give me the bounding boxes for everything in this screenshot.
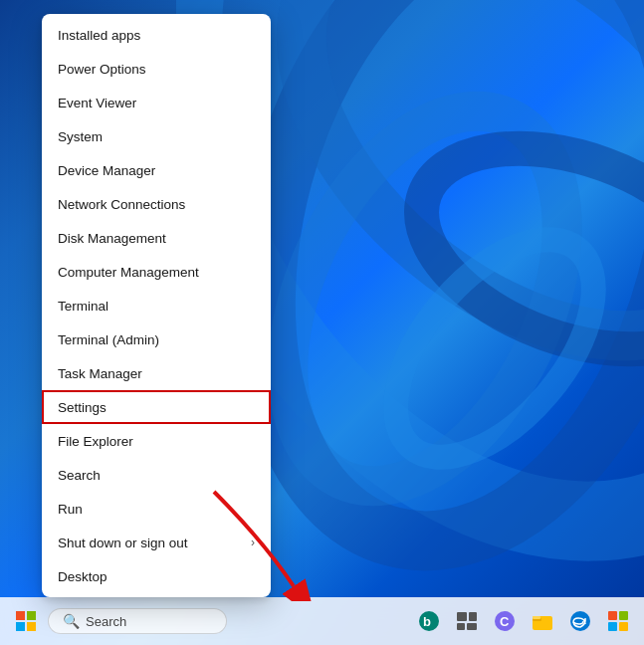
menu-item-disk-management[interactable]: Disk Management (42, 221, 271, 255)
menu-item-label-disk-management: Disk Management (58, 231, 166, 246)
menu-item-label-installed-apps: Installed apps (58, 28, 140, 43)
search-icon: 🔍 (63, 613, 80, 629)
svg-point-5 (358, 204, 631, 492)
svg-point-2 (224, 0, 644, 418)
context-menu: Installed appsPower OptionsEvent ViewerS… (42, 14, 271, 597)
menu-item-terminal[interactable]: Terminal (42, 289, 271, 322)
taskbar-search[interactable]: 🔍 Search (48, 608, 227, 634)
menu-item-task-manager[interactable]: Task Manager (42, 356, 271, 390)
task-view-taskbar-icon[interactable] (449, 603, 485, 639)
taskbar-icons: b C (411, 603, 636, 639)
menu-item-label-device-manager: Device Manager (58, 163, 155, 178)
menu-item-label-system: System (58, 129, 103, 144)
menu-item-label-network-connections: Network Connections (58, 197, 185, 212)
menu-item-label-terminal: Terminal (58, 299, 108, 314)
svg-rect-7 (16, 611, 25, 620)
menu-item-device-manager[interactable]: Device Manager (42, 153, 271, 187)
svg-rect-15 (457, 623, 465, 630)
menu-item-terminal-admin[interactable]: Terminal (Admin) (42, 322, 271, 356)
bing-taskbar-icon[interactable]: b (411, 603, 447, 639)
menu-item-label-power-options: Power Options (58, 62, 146, 77)
svg-rect-24 (619, 611, 628, 620)
store-taskbar-icon[interactable] (600, 603, 636, 639)
desktop: Installed appsPower OptionsEvent ViewerS… (0, 0, 644, 645)
menu-item-computer-management[interactable]: Computer Management (42, 255, 271, 289)
svg-rect-10 (27, 622, 36, 631)
svg-rect-21 (533, 616, 540, 619)
menu-item-file-explorer[interactable]: File Explorer (42, 424, 271, 458)
menu-item-installed-apps[interactable]: Installed apps (42, 18, 271, 52)
menu-item-label-computer-management: Computer Management (58, 265, 199, 280)
svg-rect-25 (608, 622, 617, 631)
svg-rect-16 (467, 623, 477, 630)
menu-item-label-terminal-admin: Terminal (Admin) (58, 332, 159, 347)
menu-item-search[interactable]: Search (42, 458, 271, 492)
svg-rect-13 (457, 612, 467, 621)
svg-text:b: b (423, 614, 431, 629)
menu-item-run[interactable]: Run (42, 492, 271, 526)
svg-rect-23 (608, 611, 617, 620)
menu-item-settings[interactable]: Settings (42, 390, 271, 424)
taskbar-search-label: Search (86, 614, 126, 629)
taskbar: 🔍 Search b (0, 597, 644, 645)
windows-logo-icon (16, 611, 36, 631)
start-button[interactable] (8, 603, 44, 639)
menu-item-network-connections[interactable]: Network Connections (42, 187, 271, 221)
svg-rect-14 (469, 612, 477, 621)
svg-text:C: C (500, 614, 510, 629)
menu-item-label-file-explorer: File Explorer (58, 434, 133, 449)
svg-rect-8 (27, 611, 36, 620)
svg-point-4 (394, 110, 644, 388)
menu-item-label-shut-down: Shut down or sign out (58, 536, 188, 550)
menu-item-event-viewer[interactable]: Event Viewer (42, 86, 271, 119)
menu-item-label-run: Run (58, 502, 83, 517)
svg-rect-9 (16, 622, 25, 631)
svg-rect-26 (619, 622, 628, 631)
file-explorer-taskbar-icon[interactable] (525, 603, 560, 639)
edge-taskbar-icon[interactable] (562, 603, 598, 639)
menu-item-label-task-manager: Task Manager (58, 366, 142, 381)
submenu-arrow-icon: › (251, 536, 255, 549)
menu-item-desktop[interactable]: Desktop (42, 559, 271, 593)
menu-item-label-search: Search (58, 468, 101, 483)
menu-item-system[interactable]: System (42, 119, 271, 153)
menu-item-power-options[interactable]: Power Options (42, 52, 271, 86)
menu-item-label-settings: Settings (58, 400, 107, 415)
menu-item-shut-down[interactable]: Shut down or sign out› (42, 526, 271, 559)
menu-item-label-event-viewer: Event Viewer (58, 96, 136, 110)
svg-point-3 (233, 68, 618, 530)
menu-item-label-desktop: Desktop (58, 569, 107, 584)
teams-taskbar-icon[interactable]: C (487, 603, 523, 639)
